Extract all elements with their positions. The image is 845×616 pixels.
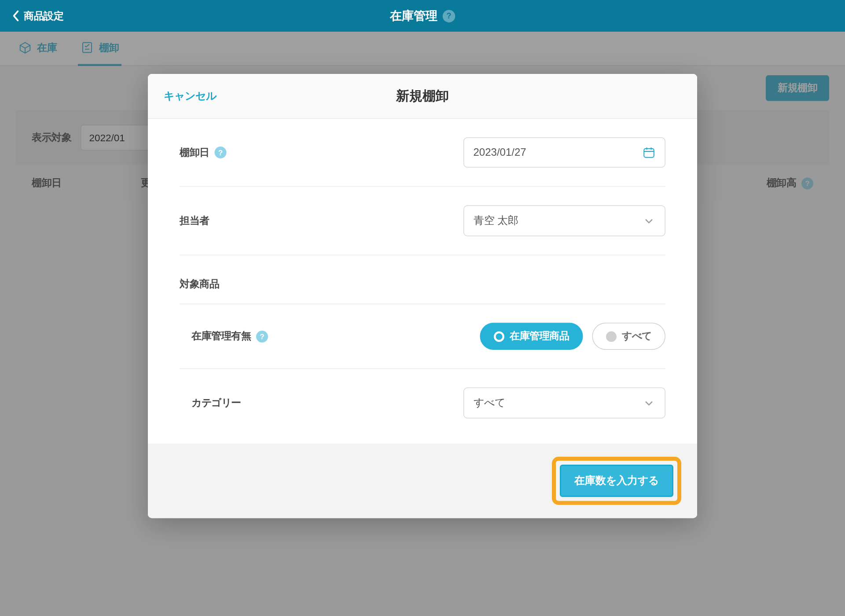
radio-dot-icon <box>494 331 504 341</box>
date-label-text: 棚卸日 <box>180 146 209 159</box>
chevron-down-icon <box>643 396 656 410</box>
calendar-icon <box>643 146 656 159</box>
stock-flag-toggle: 在庫管理商品 すべて <box>480 323 666 350</box>
pill-managed[interactable]: 在庫管理商品 <box>480 323 583 350</box>
category-label: カテゴリー <box>180 397 312 410</box>
chevron-down-icon <box>643 214 656 227</box>
pill-all[interactable]: すべて <box>592 323 666 350</box>
pill-all-label: すべて <box>622 330 652 343</box>
row-stock-flag: 在庫管理有無 ? 在庫管理商品 すべて <box>180 304 665 369</box>
row-person: 担当者 青空 太郎 <box>180 187 665 256</box>
help-icon[interactable]: ? <box>256 330 268 342</box>
cancel-button[interactable]: キャンセル <box>164 89 217 103</box>
page-title-text: 在庫管理 <box>390 8 437 24</box>
help-icon[interactable]: ? <box>215 147 227 158</box>
svg-rect-1 <box>644 149 654 158</box>
submit-button[interactable]: 在庫数を入力する <box>560 465 673 497</box>
row-category: カテゴリー すべて <box>180 369 665 437</box>
highlight-annotation: 在庫数を入力する <box>552 457 681 505</box>
back-button[interactable]: 商品設定 <box>0 10 75 22</box>
person-select[interactable]: 青空 太郎 <box>463 205 665 237</box>
category-value: すべて <box>474 396 505 410</box>
row-target-section: 対象商品 <box>180 256 665 304</box>
target-section-label: 対象商品 <box>180 278 665 291</box>
app-header: 商品設定 在庫管理 ? <box>0 0 845 32</box>
person-label: 担当者 <box>180 215 312 227</box>
new-stocktake-modal: キャンセル 新規棚卸 棚卸日 ? 2023/01/27 担当者 青空 太郎 <box>148 74 697 518</box>
stock-flag-label: 在庫管理有無 ? <box>180 330 312 343</box>
help-icon[interactable]: ? <box>443 10 456 22</box>
modal-footer: 在庫数を入力する <box>148 444 697 518</box>
page-title: 在庫管理 ? <box>390 8 456 24</box>
modal-header: キャンセル 新規棚卸 <box>148 74 697 119</box>
back-label: 商品設定 <box>24 10 63 22</box>
pill-managed-label: 在庫管理商品 <box>510 330 569 343</box>
person-value: 青空 太郎 <box>474 214 519 228</box>
date-input[interactable]: 2023/01/27 <box>463 137 665 168</box>
row-date: 棚卸日 ? 2023/01/27 <box>180 119 665 187</box>
chevron-left-icon <box>12 10 20 22</box>
date-label: 棚卸日 ? <box>180 146 312 159</box>
category-select[interactable]: すべて <box>463 388 665 419</box>
radio-dot-icon <box>606 331 617 341</box>
modal-body: 棚卸日 ? 2023/01/27 担当者 青空 太郎 対象商品 <box>148 119 697 437</box>
stock-flag-label-text: 在庫管理有無 <box>191 330 251 343</box>
modal-title: 新規棚卸 <box>396 87 449 105</box>
date-value: 2023/01/27 <box>474 147 526 158</box>
